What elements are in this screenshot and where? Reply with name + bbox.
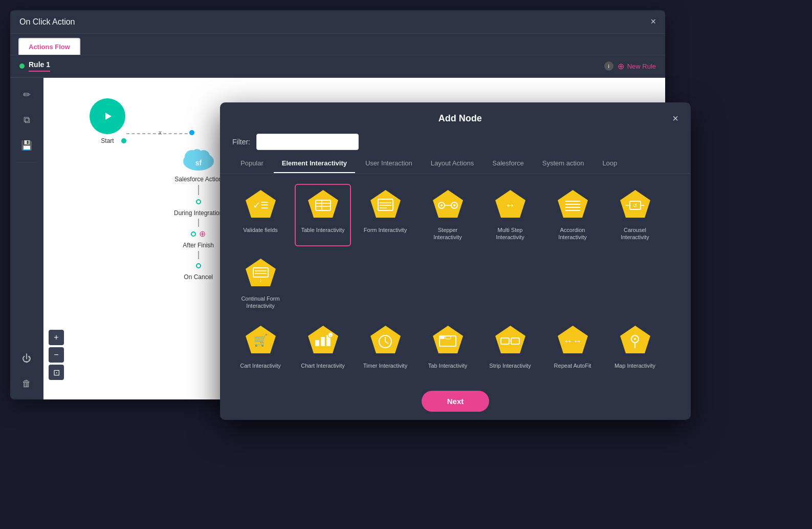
copy-icon[interactable]: ⧉ [20, 112, 33, 129]
icon-form-interactivity[interactable]: Form Interactivity [357, 184, 413, 246]
strip-interactivity-icon [494, 325, 527, 358]
tab-popular[interactable]: Popular [232, 154, 272, 173]
multi-step-interactivity-label: Multi Step Interactivity [487, 226, 533, 241]
start-node: Start [90, 98, 125, 144]
carousel-interactivity-label: Carousel Interactivity [612, 226, 658, 241]
rule-bar: Rule 1 i ⊕ New Rule [10, 55, 665, 78]
filter-label: Filter: [232, 138, 250, 146]
on-cancel-dot [196, 263, 201, 268]
icon-table-interactivity[interactable]: Table Interactivity [295, 184, 351, 246]
icon-tab-interactivity[interactable]: Tab Interactivity [420, 320, 476, 374]
icon-grid-row2: 🛒 Cart Interactivity + Chart Interactivi… [232, 320, 678, 383]
modal-footer: Next [220, 383, 691, 420]
on-cancel-label: On Cancel [184, 273, 213, 281]
continual-form-interactivity-icon: ↓ [244, 258, 277, 291]
icon-map-interactivity[interactable]: Map Interactivity [607, 320, 663, 374]
icon-cart-interactivity[interactable]: 🛒 Cart Interactivity [232, 320, 289, 374]
icon-strip-interactivity[interactable]: Strip Interactivity [482, 320, 538, 374]
stepper-interactivity-label: Stepper Interactivity [425, 226, 471, 241]
modal-header: Add Node × [220, 102, 691, 130]
table-interactivity-icon [306, 189, 340, 222]
svg-text:+: + [329, 333, 332, 338]
form-interactivity-icon [369, 189, 402, 222]
power-icon[interactable]: ⏻ [19, 350, 34, 367]
sf-node: sf Salesforce Action During Integration … [174, 142, 223, 281]
icon-repeat-autofit[interactable]: ↔↔ Repeat AutoFit [544, 320, 601, 374]
after-finish-plus[interactable]: ⊕ [199, 229, 206, 239]
timer-interactivity-icon [369, 325, 402, 358]
icon-chart-interactivity[interactable]: + Chart Interactivity [295, 320, 351, 374]
plus-circle-icon: ⊕ [618, 61, 624, 71]
after-finish-row: ⊕ [191, 229, 206, 239]
svg-text:🛒: 🛒 [253, 333, 268, 347]
window-title: On Click Action [19, 17, 75, 27]
icon-multi-step-interactivity[interactable]: ↔ Multi Step Interactivity [482, 184, 538, 246]
svg-text:↔: ↔ [505, 199, 515, 210]
icon-timer-interactivity[interactable]: Timer Interactivity [357, 320, 413, 374]
modal-close-button[interactable]: × [672, 113, 678, 124]
tab-layout-actions[interactable]: Layout Actions [423, 154, 482, 173]
after-finish-label: After Finish [183, 242, 214, 249]
multi-step-interactivity-icon: ↔ [494, 189, 527, 222]
toolbar-bottom: ⏻ 🗑 [19, 350, 34, 392]
edit-icon[interactable]: ✏ [20, 86, 34, 103]
connector-blue-dot [189, 130, 194, 135]
svg-marker-18 [433, 190, 463, 218]
save-icon[interactable]: 💾 [18, 137, 35, 154]
svg-rect-56 [440, 336, 445, 339]
sf-cloud-icon[interactable]: sf [181, 142, 216, 173]
zoom-in-button[interactable]: + [49, 330, 64, 345]
play-icon [101, 110, 114, 122]
tab-user-interaction[interactable]: User Interaction [357, 154, 421, 173]
map-interactivity-icon [619, 325, 652, 358]
svg-rect-44 [315, 340, 319, 346]
tab-element-interactivity[interactable]: Element Interactivity [274, 154, 355, 173]
next-button[interactable]: Next [422, 391, 490, 412]
tab-interactivity-label: Tab Interactivity [428, 362, 467, 369]
sf-node-label: Salesforce Action [174, 176, 222, 183]
start-bottom-dot [121, 138, 126, 143]
icon-stepper-interactivity[interactable]: Stepper Interactivity [420, 184, 476, 246]
svg-point-4 [192, 149, 202, 159]
modal-tabs: Popular Element Interactivity User Inter… [220, 154, 691, 174]
tab-system-action[interactable]: System action [534, 154, 592, 173]
delete-icon[interactable]: 🗑 [19, 375, 34, 392]
fit-button[interactable]: ⊡ [49, 365, 64, 380]
zoom-out-button[interactable]: − [49, 347, 64, 363]
during-dot [196, 199, 201, 204]
rule-name[interactable]: Rule 1 [29, 60, 50, 72]
svg-marker-54 [433, 326, 463, 353]
repeat-autofit-icon: ↔↔ [556, 325, 589, 358]
svg-marker-13 [370, 190, 401, 218]
stepper-interactivity-icon [431, 189, 465, 222]
rule-label: Rule 1 [19, 60, 50, 72]
cart-interactivity-label: Cart Interactivity [240, 362, 280, 369]
svg-marker-8 [308, 190, 338, 218]
start-label: Start [101, 137, 114, 144]
accordion-interactivity-icon [556, 189, 589, 222]
svg-text:↺: ↺ [633, 203, 637, 208]
v-connector-3 [198, 251, 199, 259]
accordion-interactivity-label: Accordion Interactivity [550, 226, 596, 241]
svg-point-66 [634, 338, 636, 340]
after-finish-dot [191, 231, 196, 237]
validate-fields-label: Validate fields [243, 226, 278, 234]
svg-text:sf: sf [195, 159, 202, 167]
toolbar-divider [16, 162, 37, 163]
v-connector-1 [198, 185, 199, 195]
icon-carousel-interactivity[interactable]: ↺ Carousel Interactivity [607, 184, 663, 246]
filter-input[interactable] [256, 134, 359, 150]
tab-salesforce[interactable]: Salesforce [484, 154, 532, 173]
tab-loop[interactable]: Loop [594, 154, 625, 173]
svg-point-22 [453, 204, 455, 206]
window-close-button[interactable]: × [650, 16, 656, 27]
icon-validate-fields[interactable]: ✓☰ Validate fields [232, 184, 289, 246]
icon-accordion-interactivity[interactable]: Accordion Interactivity [544, 184, 601, 246]
during-label: During Integration [174, 209, 223, 217]
start-circle[interactable] [90, 98, 125, 134]
tab-actions-flow[interactable]: Actions Flow [18, 38, 80, 55]
table-interactivity-label: Table Interactivity [301, 226, 345, 234]
icon-grid-row1: ✓☰ Validate fields Table Interactivity [232, 184, 678, 314]
new-rule-button[interactable]: ⊕ New Rule [618, 61, 656, 71]
icon-continual-form-interactivity[interactable]: ↓ Continual Form Interactivity [232, 252, 289, 315]
